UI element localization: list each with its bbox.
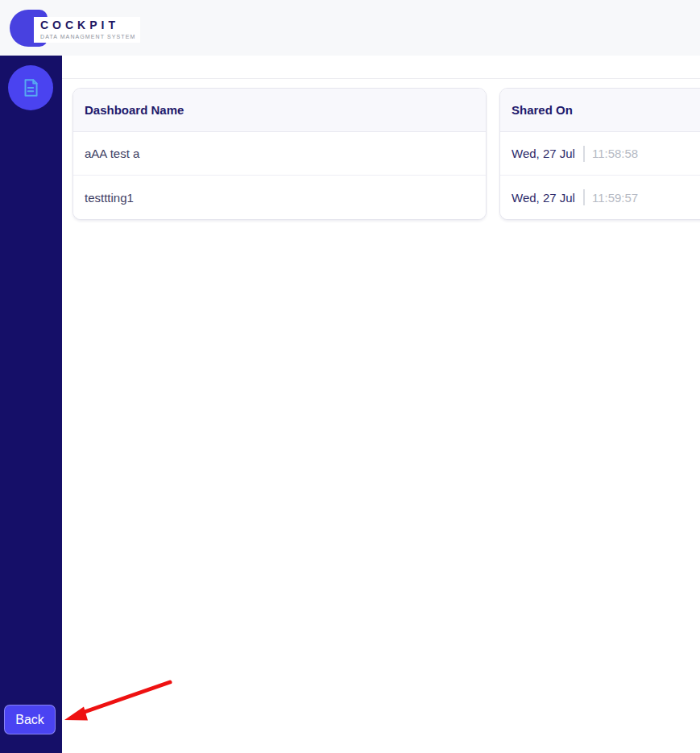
- date-time-separator: [583, 146, 585, 162]
- column-header-shared-on: Shared On: [500, 89, 700, 132]
- dashboard-name-value: testtting1: [85, 191, 134, 205]
- brand-name: COCKPIT: [40, 19, 135, 31]
- table-row[interactable]: Wed, 27 Jul 11:58:58: [500, 132, 700, 176]
- shared-date-value: Wed, 27 Jul: [512, 191, 575, 205]
- date-time-separator: [583, 189, 585, 205]
- sidebar-item-dashboards[interactable]: [8, 65, 53, 110]
- shared-time-value: 11:59:57: [592, 191, 638, 205]
- column-header-dashboard-name: Dashboard Name: [73, 89, 486, 132]
- brand-logo: COCKPIT DATA MANAGMENT SYSTEM: [10, 8, 130, 48]
- column-dashboard-name: Dashboard Name aAA test a testtting1: [72, 88, 487, 220]
- table-row[interactable]: Wed, 27 Jul 11:59:57: [500, 176, 700, 219]
- dashboard-name-value: aAA test a: [85, 147, 139, 160]
- table-row[interactable]: testtting1: [73, 176, 486, 219]
- shared-time-value: 11:58:58: [592, 147, 638, 160]
- back-button[interactable]: Back: [4, 705, 56, 734]
- column-shared-on: Shared On Wed, 27 Jul 11:58:58 Wed, 27 J…: [499, 88, 700, 220]
- shared-date-value: Wed, 27 Jul: [512, 147, 575, 160]
- sidebar: Back: [0, 56, 62, 753]
- brand-tagline: DATA MANAGMENT SYSTEM: [40, 34, 135, 40]
- app-header: COCKPIT DATA MANAGMENT SYSTEM: [0, 0, 700, 56]
- brand-logo-text: COCKPIT DATA MANAGMENT SYSTEM: [34, 17, 140, 43]
- shared-dashboards-table: Dashboard Name aAA test a testtting1 Sha…: [72, 88, 700, 220]
- content-divider: [62, 78, 700, 79]
- document-icon: [20, 77, 41, 98]
- table-row[interactable]: aAA test a: [73, 132, 486, 176]
- main-content: Dashboard Name aAA test a testtting1 Sha…: [62, 56, 700, 753]
